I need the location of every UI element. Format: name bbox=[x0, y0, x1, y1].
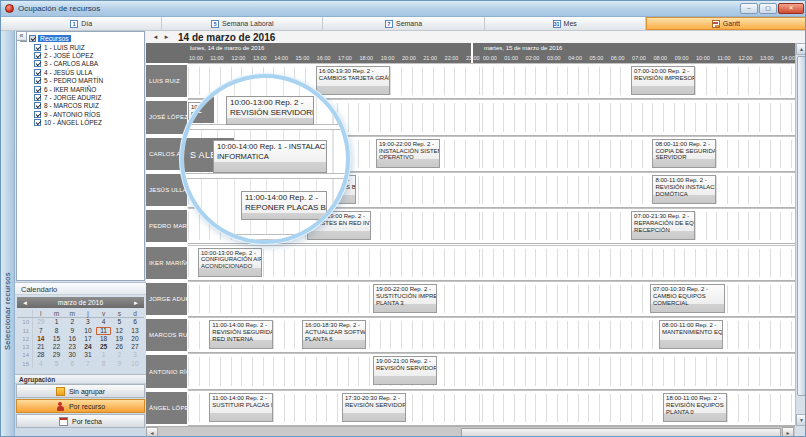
gantt-next-icon[interactable]: ► bbox=[162, 32, 171, 42]
calendar-day-cell[interactable]: 1 bbox=[49, 318, 65, 326]
resource-checkbox[interactable] bbox=[34, 52, 41, 59]
tab-día[interactable]: 1Día bbox=[1, 17, 162, 30]
calendar-day-cell[interactable]: 20 bbox=[127, 335, 143, 343]
tab-mes[interactable]: 31Mes bbox=[485, 17, 646, 30]
calendar-day-cell[interactable]: 8 bbox=[96, 360, 112, 368]
calendar-day-cell[interactable]: 12 bbox=[111, 327, 127, 335]
calendar-day-cell[interactable]: 4 bbox=[33, 360, 49, 368]
calendar-day-cell[interactable]: 26 bbox=[111, 343, 127, 351]
calendar-day-cell[interactable]: 21 bbox=[33, 343, 49, 351]
tab-semana-laboral[interactable]: 5Semana Laboral bbox=[162, 17, 323, 30]
scroll-right-icon[interactable]: ► bbox=[782, 427, 794, 437]
scroll-down-icon[interactable]: ▼ bbox=[796, 414, 806, 426]
task-bar[interactable]: 19:00-21:00 Rep. 2 -REVISIÓN SERVIDORES bbox=[373, 356, 437, 385]
calendar-day-cell[interactable]: 2 bbox=[64, 318, 80, 326]
calendar-day-cell[interactable]: 3 bbox=[127, 351, 143, 359]
calendar-day-cell[interactable]: 1 bbox=[96, 351, 112, 359]
calendar-day-cell[interactable]: 15 bbox=[49, 335, 65, 343]
tree-item-resource[interactable]: 8 - MARCOS RUIZ bbox=[17, 102, 144, 110]
grouping-button-sin[interactable]: Sin agrupar bbox=[16, 384, 145, 398]
calendar-day-cell[interactable]: 10 bbox=[127, 360, 143, 368]
calendar-day-cell[interactable]: 22 bbox=[49, 343, 65, 351]
gantt-prev-icon[interactable]: ◄ bbox=[151, 32, 160, 42]
task-bar[interactable]: 11:00-14:00 Rep. 2 -SUSTITUIR PLACAS BAS… bbox=[209, 393, 273, 422]
calendar-day-cell[interactable]: 25 bbox=[96, 343, 112, 351]
resource-checkbox[interactable] bbox=[34, 111, 41, 118]
calendar-day-cell[interactable]: 5 bbox=[111, 318, 127, 326]
tab-semana[interactable]: 7Semana bbox=[323, 17, 484, 30]
resource-checkbox[interactable] bbox=[34, 119, 41, 126]
calendar-day-cell[interactable]: 2 bbox=[111, 351, 127, 359]
calendar-day-cell[interactable]: 30 bbox=[64, 351, 80, 359]
tree-item-resource[interactable]: 5 - PEDRO MARTÍN bbox=[17, 77, 144, 85]
resource-checkbox[interactable] bbox=[34, 44, 41, 51]
calendar-day-cell[interactable]: 6 bbox=[127, 318, 143, 326]
calendar-day-cell[interactable]: 31 bbox=[80, 351, 96, 359]
calendar-day-cell[interactable]: 29 bbox=[49, 351, 65, 359]
task-bar[interactable]: 17:30-20:30 Rep. 2 -REVISIÓN SERVIDORES bbox=[342, 393, 406, 422]
grouping-button-fecha[interactable]: Por fecha bbox=[16, 414, 145, 428]
minimize-button[interactable]: – bbox=[740, 3, 758, 14]
calendar-day-cell[interactable]: 5 bbox=[49, 360, 65, 368]
vertical-scroll-thumb[interactable] bbox=[797, 56, 806, 396]
calendar-day-cell[interactable]: 28 bbox=[33, 351, 49, 359]
calendar-day-cell[interactable]: 24 bbox=[80, 343, 96, 351]
maximize-button[interactable]: ▢ bbox=[759, 3, 777, 14]
collapse-panel-button[interactable]: « bbox=[16, 31, 27, 41]
calendar-day-cell[interactable]: 9 bbox=[111, 360, 127, 368]
task-bar[interactable]: 07:00-10:30 Rep. 2 -CAMBIO EQUIPOSCOMERC… bbox=[650, 284, 725, 313]
calendar-day-cell[interactable]: 17 bbox=[80, 335, 96, 343]
calendar-day-cell[interactable]: 7 bbox=[80, 360, 96, 368]
calendar-prev-icon[interactable]: ◄ bbox=[22, 300, 28, 306]
resource-checkbox[interactable] bbox=[34, 60, 41, 67]
calendar-day-cell[interactable]: 19 bbox=[111, 335, 127, 343]
tree-item-resource[interactable]: 3 - CARLOS ALBA bbox=[17, 60, 144, 68]
task-bar[interactable]: 11:00-14:00 Rep. 2 -REVISIÓN SEGURIDAD E… bbox=[209, 320, 273, 349]
calendar-day-cell[interactable]: 10 bbox=[80, 327, 96, 335]
task-bar[interactable]: 08:00-11:00 Rep. 2 -MANTENIMIENTO EQUIPO… bbox=[659, 320, 723, 349]
resource-checkbox[interactable] bbox=[34, 69, 41, 76]
calendar-day-cell[interactable]: 27 bbox=[127, 343, 143, 351]
resource-checkbox[interactable] bbox=[34, 86, 41, 93]
calendar-day-cell[interactable]: 13 bbox=[127, 327, 143, 335]
calendar-day-cell[interactable]: 11 bbox=[96, 327, 112, 335]
calendar-day-cell[interactable]: 8 bbox=[49, 327, 65, 335]
resource-checkbox[interactable] bbox=[34, 94, 41, 101]
task-bar[interactable]: 8:00-11:00 Rep. 2 -REVISIÓN INSTALACIÓND… bbox=[652, 175, 716, 204]
task-bar[interactable]: 19:00-22:00 Rep. 2 -SUSTITUCIÓN IMPRESOR… bbox=[373, 284, 437, 313]
close-button[interactable]: ✕ bbox=[778, 3, 804, 14]
calendar-day-cell[interactable]: 9 bbox=[64, 327, 80, 335]
task-bar[interactable]: 07:00-10:00 Rep. 2 -REVISIÓN IMPRESORAS bbox=[631, 66, 695, 95]
tree-root-checkbox[interactable] bbox=[29, 35, 36, 42]
calendar-day-cell[interactable]: 3 bbox=[80, 318, 96, 326]
resource-checkbox[interactable] bbox=[34, 77, 41, 84]
task-bar[interactable]: 18:00-11:00 Rep. 2 -REVISIÓN EQUIPOSPLAN… bbox=[663, 393, 727, 422]
task-bar[interactable]: 16:00-19:30 Rep. 2 -CAMBIOS TARJETA GRÁF… bbox=[316, 66, 391, 95]
calendar-day-cell[interactable]: 18 bbox=[96, 335, 112, 343]
task-bar[interactable]: 16:00-18:30 Rep. 2 -ACTUALIZAR SOFTWAREP… bbox=[302, 320, 366, 349]
calendar-day-cell[interactable]: 7 bbox=[33, 327, 49, 335]
calendar-next-icon[interactable]: ► bbox=[133, 300, 139, 306]
calendar-day-cell[interactable]: 16 bbox=[64, 335, 80, 343]
tree-item-resource[interactable]: 10 - ÁNGEL LÓPEZ bbox=[17, 119, 144, 127]
calendar-day-cell[interactable]: 29 bbox=[33, 318, 49, 326]
horizontal-scroll-thumb[interactable] bbox=[461, 428, 781, 437]
task-bar[interactable]: 07:00-21:30 Rep. 2 -REPARACIÓN DE EQUIPO… bbox=[631, 211, 695, 240]
tab-gantt[interactable]: Gantt bbox=[646, 17, 806, 30]
tree-item-resource[interactable]: 7 - JORGE ADURIZ bbox=[17, 93, 144, 101]
tree-item-resource[interactable]: 1 - LUIS RUIZ bbox=[17, 43, 144, 51]
calendar-day-cell[interactable]: 14 bbox=[33, 335, 49, 343]
tree-root-row[interactable]: − Recursos bbox=[17, 34, 144, 43]
tree-item-resource[interactable]: 9 - ANTONIO RÍOS bbox=[17, 110, 144, 118]
task-bar[interactable]: 19:00-22:00 Rep. 2 -INSTALACIÓN SISTEMAO… bbox=[376, 139, 440, 168]
calendar-day-cell[interactable]: 6 bbox=[64, 360, 80, 368]
grouping-button-rec[interactable]: Por recurso bbox=[16, 399, 145, 413]
tree-item-resource[interactable]: 2 - JOSÉ LÓPEZ bbox=[17, 51, 144, 59]
calendar-day-cell[interactable]: 23 bbox=[64, 343, 80, 351]
tree-item-resource[interactable]: 4 - JESÚS ULLA bbox=[17, 68, 144, 76]
scroll-up-icon[interactable]: ▲ bbox=[796, 43, 806, 55]
tree-item-resource[interactable]: 6 - IKER MARIÑO bbox=[17, 85, 144, 93]
scroll-left-icon[interactable]: ◄ bbox=[146, 427, 158, 437]
task-bar[interactable]: 08:00-11:00 Rep. 2 -COPIA DE SEGURIDADSE… bbox=[652, 139, 716, 168]
task-bar[interactable]: 10:00-13:00 Rep. 2 -CONFIGURACIÓN AIREAC… bbox=[198, 248, 262, 277]
